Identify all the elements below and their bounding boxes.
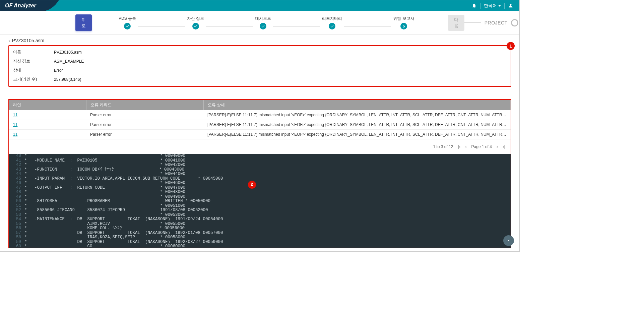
- code-text: * * 00049000: [24, 195, 185, 199]
- error-keyword: Parser error: [86, 110, 203, 120]
- line-number: 52: [13, 208, 24, 213]
- code-text: * IRAS,KOZA,SEIQ,SEIP * 00058000: [24, 235, 185, 240]
- code-line: 44* * 00044000: [13, 172, 507, 177]
- next-button: 다음: [448, 15, 464, 31]
- line-number: 43: [13, 168, 24, 172]
- line-number: 53: [13, 213, 24, 217]
- step-4[interactable]: 위험 보고서5: [393, 16, 414, 29]
- annotation-badge-2: 2: [248, 181, 256, 189]
- step-3[interactable]: 리포지터리: [322, 16, 342, 29]
- error-line-link[interactable]: 11: [13, 122, 17, 127]
- pager-last-button[interactable]: ›|: [503, 144, 505, 149]
- code-line: 52* 8585066 JTECAN9 8586074 JTECPR9 1991…: [13, 208, 507, 213]
- pager-first-button[interactable]: |‹: [458, 144, 460, 149]
- code-line: 51* * 00051000: [13, 204, 507, 208]
- error-line-link[interactable]: 11: [13, 132, 17, 137]
- project-indicator: PROJECT: [464, 19, 518, 26]
- code-line: 56* KOME COL. ﾍﾝｺｳ * 00056000: [13, 226, 507, 231]
- error-detail: [PARSER]-E(ELSE:11:11 7):mismatched inpu…: [203, 120, 511, 130]
- pager-page: Page 1 of 4: [471, 144, 492, 149]
- check-icon: [124, 23, 131, 29]
- code-text: * DB SUPPORT TOKAI (NAKASONE) 1992/01/08…: [24, 231, 223, 236]
- app-title: OF Analyzer: [5, 3, 36, 9]
- info-size-label: 크기(라인 수): [10, 75, 50, 83]
- line-number: 50: [13, 199, 24, 204]
- step-label: 대시보드: [255, 16, 271, 21]
- line-number: 48: [13, 190, 24, 195]
- line-number: 54: [13, 217, 24, 222]
- line-number: 41: [13, 159, 24, 163]
- line-number: 56: [13, 226, 24, 231]
- code-text: * AINX,HCIV * 00055000: [24, 222, 185, 227]
- code-line: 53* * 00053000: [13, 213, 507, 217]
- line-number: 55: [13, 222, 24, 227]
- code-line: 49* * 00049000: [13, 195, 507, 199]
- step-number-icon: 5: [400, 23, 407, 29]
- chevron-left-icon: ‹: [8, 38, 10, 43]
- code-line: 43* -FUNCTION : IOCOM DBﾒｲ ﾁｪｯｸ * 000430…: [13, 168, 507, 172]
- back-button[interactable]: 뒤로: [75, 14, 92, 31]
- code-panel[interactable]: 2 40* * 0004000041* -MODULE NAME : PVZ30…: [9, 154, 511, 248]
- code-line: 46* * 00046000: [13, 181, 507, 186]
- line-number: 45: [13, 177, 24, 181]
- code-text: * CO * 00060000: [24, 244, 185, 248]
- language-label: 한국어: [484, 3, 497, 9]
- step-label: 자산 정보: [187, 16, 204, 21]
- file-info-card: 1 이름PVZ30105.asm 자산 경로ASM_EXAMPLE 상태Erro…: [8, 45, 511, 87]
- col-header-line[interactable]: 라인: [9, 100, 86, 110]
- error-line-link[interactable]: 11: [13, 113, 17, 117]
- code-line: 55* AINX,HCIV * 00055000: [13, 222, 507, 227]
- col-header-detail[interactable]: 오류 상세: [203, 100, 511, 110]
- info-path-label: 자산 경로: [10, 57, 50, 65]
- scroll-top-button[interactable]: [503, 235, 514, 246]
- code-line: 54* -MAINTENANCE : DB SUPPORT TOKAI (NAK…: [13, 217, 507, 222]
- code-line: 48* * 00048000: [13, 190, 507, 195]
- info-status-label: 상태: [10, 66, 50, 74]
- line-number: 60: [13, 244, 24, 248]
- col-header-keyword[interactable]: 오류 키워드: [86, 100, 203, 110]
- code-text: * * 00042000: [24, 163, 185, 168]
- error-detail: [PARSER]-E(ELSE:11:11 7):mismatched inpu…: [203, 110, 511, 120]
- code-line: 42* * 00042000: [13, 163, 507, 168]
- annotation-badge-1: 1: [507, 42, 515, 50]
- step-1[interactable]: 자산 정보: [187, 16, 204, 29]
- pager-next-button[interactable]: ›: [497, 144, 498, 149]
- language-select[interactable]: 한국어: [484, 3, 501, 9]
- code-text: * -OUTPUT INF : RETURN CODE * 00047000: [24, 186, 185, 190]
- code-text: * 8585066 JTECAN9 8586074 JTECPR9 1991/0…: [24, 208, 208, 213]
- code-text: * * 00046000: [24, 181, 185, 186]
- pager-prev-button[interactable]: ‹: [465, 144, 466, 149]
- code-text: * -FUNCTION : IOCOM DBﾒｲ ﾁｪｯｸ * 00043000: [24, 168, 184, 172]
- check-icon: [260, 23, 266, 29]
- table-row: 11Parser error[PARSER]-E(ELSE:11:11 7):m…: [9, 120, 511, 130]
- code-line: 50* -SHIYOSHA -PROGRAMER -WRITTEN * 0005…: [13, 199, 507, 204]
- pagination: 1 to 3 of 12 |‹ ‹ Page 1 of 4 › ›|: [9, 139, 511, 154]
- logo: OF Analyzer: [0, 0, 46, 11]
- step-0[interactable]: PDS 등록: [119, 16, 136, 29]
- project-circle-icon: [511, 19, 518, 26]
- code-text: * * 00048000: [24, 190, 185, 195]
- error-section: 라인 오류 키워드 오류 상세 11Parser error[PARSER]-E…: [8, 99, 511, 248]
- info-size-value: 257,968(3,146): [51, 75, 129, 83]
- table-row: 11Parser error[PARSER]-E(ELSE:11:11 7):m…: [9, 130, 511, 139]
- code-line: 41* -MODULE NAME : PVZ30105 * 00041000: [13, 159, 507, 163]
- line-number: 51: [13, 204, 24, 208]
- step-label: 위험 보고서: [393, 16, 414, 21]
- chevron-up-icon: [506, 238, 511, 243]
- breadcrumb-file: PVZ30105.asm: [12, 38, 45, 43]
- code-line: 47* -OUTPUT INF : RETURN CODE * 00047000: [13, 186, 507, 190]
- error-keyword: Parser error: [86, 130, 203, 139]
- code-text: * -SHIYOSHA -PROGRAMER -WRITTEN * 000500…: [24, 199, 210, 204]
- bell-icon[interactable]: [471, 3, 477, 8]
- code-text: * * 00040000: [24, 154, 185, 159]
- code-text: * * 00051000: [24, 204, 185, 208]
- info-name-label: 이름: [10, 48, 50, 56]
- code-line: 57* DB SUPPORT TOKAI (NAKASONE) 1992/01/…: [13, 231, 507, 236]
- step-2[interactable]: 대시보드: [255, 16, 271, 29]
- code-line: 40* * 00040000: [13, 154, 507, 159]
- user-icon[interactable]: [508, 3, 513, 8]
- step-label: 리포지터리: [322, 16, 342, 21]
- breadcrumb[interactable]: ‹ PVZ30105.asm: [0, 35, 519, 45]
- check-icon: [329, 23, 335, 29]
- check-icon: [192, 23, 199, 29]
